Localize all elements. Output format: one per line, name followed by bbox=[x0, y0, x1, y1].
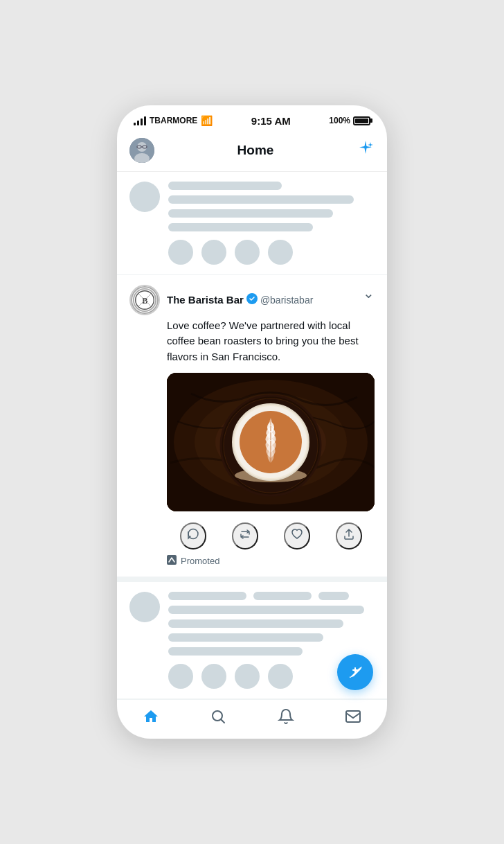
nav-search-button[interactable] bbox=[210, 708, 226, 725]
promoted-tweet: B The Barista Bar @baristaba bbox=[117, 275, 387, 583]
promoted-icon bbox=[167, 555, 177, 567]
status-bar: TBARMORE 📶 9:15 AM 100% bbox=[117, 105, 387, 131]
author-info: The Barista Bar @baristabar bbox=[167, 293, 313, 306]
retweet-button[interactable] bbox=[232, 522, 258, 550]
tweet-image[interactable] bbox=[167, 373, 375, 511]
like-button[interactable] bbox=[284, 522, 310, 550]
phone-frame: TBARMORE 📶 9:15 AM 100% bbox=[117, 105, 387, 739]
sparkle-icon[interactable] bbox=[357, 139, 375, 161]
battery-percent: 100% bbox=[329, 116, 350, 125]
reply-button[interactable] bbox=[180, 522, 206, 550]
share-icon bbox=[343, 528, 355, 544]
skeleton-avatar-2 bbox=[129, 592, 160, 622]
tweet-text: Love coffee? We've partnered with local … bbox=[167, 318, 375, 365]
tweet-header: B The Barista Bar @baristaba bbox=[129, 285, 375, 315]
skeleton-avatar-1 bbox=[129, 182, 160, 212]
like-icon bbox=[291, 528, 303, 544]
avatar-image bbox=[129, 138, 154, 163]
wifi-icon: 📶 bbox=[201, 115, 213, 126]
user-avatar[interactable] bbox=[129, 138, 154, 163]
retweet-icon bbox=[239, 528, 251, 544]
status-right: 100% bbox=[329, 116, 370, 125]
skeleton-content-1 bbox=[168, 182, 375, 265]
compose-fab-button[interactable] bbox=[337, 654, 373, 690]
skeleton-tweet-1 bbox=[117, 172, 387, 275]
page-title: Home bbox=[237, 143, 274, 158]
nav-home-button[interactable] bbox=[143, 708, 159, 725]
tweet-feed: B The Barista Bar @baristaba bbox=[117, 172, 387, 700]
nav-notifications-button[interactable] bbox=[278, 708, 294, 725]
svg-line-27 bbox=[222, 720, 225, 723]
promoted-row: Promoted bbox=[167, 555, 375, 570]
author-avatar[interactable]: B bbox=[129, 285, 160, 315]
verified-badge-icon bbox=[246, 293, 258, 306]
author-name: The Barista Bar bbox=[167, 294, 244, 306]
nav-messages-button[interactable] bbox=[345, 708, 361, 725]
promoted-label: Promoted bbox=[181, 556, 219, 566]
tweet-author: B The Barista Bar @baristaba bbox=[129, 285, 313, 315]
signal-bars-icon bbox=[134, 116, 146, 125]
svg-rect-28 bbox=[346, 711, 360, 722]
status-time: 9:15 AM bbox=[251, 115, 291, 127]
status-left: TBARMORE 📶 bbox=[134, 115, 213, 126]
coffee-svg bbox=[167, 373, 375, 511]
battery-icon bbox=[353, 116, 370, 125]
tweet-more-icon[interactable]: ⌄ bbox=[363, 285, 375, 301]
svg-rect-23 bbox=[167, 555, 177, 565]
bottom-navigation bbox=[117, 699, 387, 739]
carrier-label: TBARMORE bbox=[150, 116, 197, 125]
tweet-actions bbox=[167, 520, 375, 555]
reply-icon bbox=[187, 528, 199, 544]
author-handle: @baristabar bbox=[260, 294, 313, 306]
app-header: Home bbox=[117, 131, 387, 172]
share-button[interactable] bbox=[336, 522, 362, 550]
